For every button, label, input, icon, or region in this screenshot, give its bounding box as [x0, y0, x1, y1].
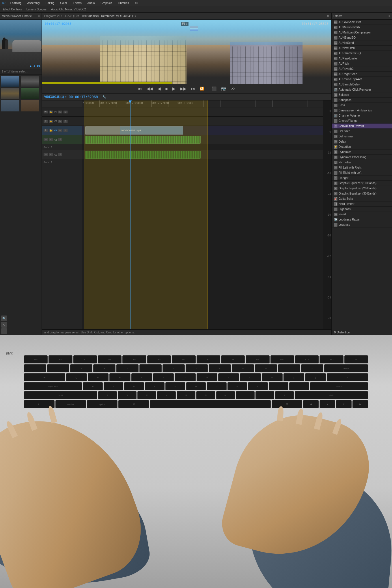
v2-toggle[interactable]: 👁 [44, 120, 48, 123]
v1-toggle[interactable]: 👁 [44, 129, 48, 132]
btn-camera[interactable]: 📷 [220, 86, 227, 92]
panel-menu-btn[interactable]: ≡ [38, 14, 40, 18]
key-3[interactable]: 3 [93, 364, 115, 372]
v1-lock[interactable]: 🔒 [49, 129, 53, 132]
effect-bass[interactable]: ♪ Bass [332, 103, 392, 108]
a1-solo[interactable]: S [49, 138, 53, 141]
btn-to-start[interactable]: ⏮ [137, 86, 143, 92]
effect-ausampledelay[interactable]: AU AUSampleDelay [332, 82, 392, 87]
a1-mute[interactable]: M [44, 138, 48, 141]
key-q[interactable]: Q [66, 373, 87, 381]
effect-highpass[interactable]: ↑ Highpass [332, 207, 392, 212]
panel-close-btn[interactable]: ✕ [327, 14, 329, 18]
effect-aunetsend[interactable]: AU AUNetSend [332, 40, 392, 46]
effect-invert[interactable]: ⊘ Invert [332, 212, 392, 217]
effect-bandpass[interactable]: ≈ Bandpass [332, 98, 392, 103]
effect-aunewpitch[interactable]: AU AUNewPitch [332, 46, 392, 51]
key-minus[interactable]: - [278, 364, 300, 372]
key-7[interactable]: 7 [186, 364, 208, 372]
key-f1[interactable]: F1 [48, 355, 72, 363]
effect-graphic-eq-20[interactable]: ≡ Graphic Equalizer (20 Bands) [332, 186, 392, 191]
key-0[interactable]: 0 [255, 364, 277, 372]
key-esc[interactable]: esc [24, 355, 48, 363]
tool-pointer[interactable]: ↖ [1, 322, 7, 328]
key-8[interactable]: 8 [209, 364, 231, 372]
key-f12[interactable]: F12 [320, 355, 343, 363]
key-u[interactable]: U [197, 373, 217, 381]
effect-aulowshelffilter[interactable]: AU AULowShelfFilter [332, 20, 392, 25]
effect-aupitch[interactable]: AU AUPitch [332, 61, 392, 66]
thumb-4[interactable] [21, 88, 39, 99]
key-power[interactable]: ⏏ [344, 355, 368, 363]
effect-balance[interactable]: ⚖ Balance [332, 92, 392, 98]
effect-auparametriceq[interactable]: AU AUParametricEQ [332, 51, 392, 56]
key-f3[interactable]: F3 [98, 355, 122, 363]
key-p[interactable]: P [262, 373, 283, 381]
v2-solo[interactable]: S [64, 120, 68, 123]
effect-automatic-click-remover[interactable]: 🔊 Automatic Click Remover [332, 87, 392, 92]
effect-fill-right-left[interactable]: ← Fill Right with Left [332, 170, 392, 176]
key-i[interactable]: I [218, 373, 239, 381]
key-e[interactable]: E [109, 373, 130, 381]
key-4[interactable]: 4 [116, 364, 139, 372]
effect-aunbandeq[interactable]: AU AUNBandEQ [332, 35, 392, 40]
key-f5[interactable]: F5 [147, 355, 171, 363]
key-f4[interactable]: F4 [122, 355, 146, 363]
thumb-1[interactable] [1, 76, 19, 87]
tool-search[interactable]: 🔍 [1, 316, 7, 321]
v3-lock[interactable]: 🔒 [49, 111, 53, 113]
effect-deesser[interactable]: s DeEsser [332, 129, 392, 134]
key-f2[interactable]: F2 [73, 355, 97, 363]
effect-loudness-radar[interactable]: 📡 Loudness Radar [332, 217, 392, 222]
thumb-3[interactable] [1, 88, 19, 99]
key-5[interactable]: 5 [139, 364, 162, 372]
effect-aumatrixreverb[interactable]: AU AUMatrixReverb [332, 25, 392, 30]
key-6[interactable]: 6 [163, 364, 185, 372]
effects-menu-btn[interactable]: ≡ [389, 14, 390, 18]
btn-play[interactable]: ▶ [171, 86, 177, 92]
effect-chorus-flanger[interactable]: ~ Chorus/Flanger [332, 118, 392, 124]
menu-audio[interactable]: Audio [86, 1, 96, 5]
effect-convolution-reverb[interactable]: ≋ Convolution Reverb [332, 124, 392, 129]
effect-delay[interactable]: ⏱ Delay [332, 139, 392, 144]
btn-stop[interactable]: ■ [164, 86, 169, 92]
effect-channel-volume[interactable]: 🔈 Channel Volume [332, 113, 392, 118]
v1-solo[interactable]: S [64, 129, 68, 132]
thumb-5[interactable] [1, 100, 19, 111]
effect-auroundtripaac[interactable]: AU AURoundTripAAC [332, 77, 392, 82]
toolbar-audio-mixer[interactable]: Audio Clip Mixer: VIDEO02 [50, 7, 87, 12]
a2-mute[interactable]: M [44, 153, 48, 156]
menu-assembly[interactable]: Assembly [26, 1, 41, 5]
menu-editing[interactable]: Editing [44, 1, 56, 5]
effect-aureverb2[interactable]: AU AUReverb2 [332, 66, 392, 72]
btn-to-end[interactable]: ⏭ [190, 86, 196, 92]
key-w[interactable]: W [88, 373, 109, 381]
toolbar-effect-controls[interactable]: Effect Controls [2, 7, 23, 12]
v3-toggle[interactable]: 👁 [44, 111, 48, 113]
key-rbracket[interactable]: ] [305, 373, 326, 381]
btn-step-back[interactable]: ◀◀ [145, 86, 154, 92]
key-1[interactable]: 1 [47, 364, 69, 372]
effect-distortion[interactable]: ⚡ Distortion [332, 144, 392, 150]
key-f9[interactable]: F9 [246, 355, 269, 363]
effect-hard-limiter[interactable]: ▐ Hard Limiter [332, 201, 392, 207]
key-y[interactable]: Y [175, 373, 195, 381]
v3-solo[interactable]: S [64, 111, 68, 113]
key-r[interactable]: R [131, 373, 152, 381]
effect-dehummer[interactable]: ∿ DeHummer [332, 134, 392, 139]
key-9[interactable]: 9 [232, 364, 254, 372]
btn-loop[interactable]: 🔁 [199, 86, 205, 91]
effect-graphic-eq-10[interactable]: ≡ Graphic Equalizer (10 Bands) [332, 181, 392, 186]
v2-sync[interactable]: M [58, 120, 62, 123]
key-o[interactable]: O [240, 373, 261, 381]
thumb-6[interactable] [21, 100, 39, 111]
effect-aurogerbeep[interactable]: AU AURogerBeep [332, 72, 392, 77]
tool-text[interactable]: T [1, 328, 7, 334]
toolbar-lumetri[interactable]: Lumetri Scopes [25, 7, 47, 12]
a2-mic[interactable]: 🎙 [58, 153, 62, 156]
a1-mic[interactable]: 🎙 [58, 138, 62, 141]
key-tab[interactable]: tab [24, 373, 65, 381]
btn-more[interactable]: >> [229, 86, 236, 92]
menu-effects[interactable]: Effects [72, 1, 83, 5]
playhead[interactable] [130, 100, 130, 329]
